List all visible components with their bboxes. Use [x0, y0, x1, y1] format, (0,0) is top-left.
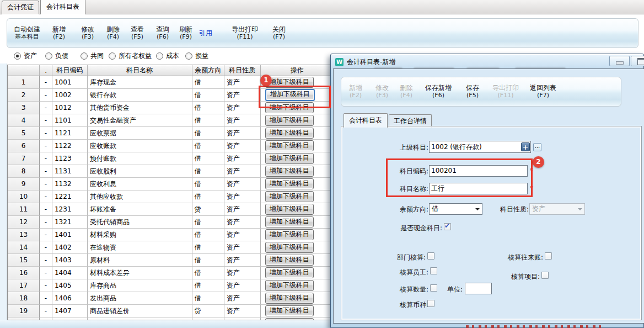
- radio-icon: [185, 52, 192, 60]
- tab-chart-of-accounts[interactable]: 会计科目表: [40, 0, 85, 14]
- account-nature-cell: 资产: [224, 203, 261, 216]
- filter-radio-3[interactable]: 所有者权益: [109, 51, 152, 61]
- dept-accounting-checkbox[interactable]: ✔: [427, 252, 434, 260]
- unit-input[interactable]: [465, 283, 492, 294]
- account-nature-cell: 资产: [224, 140, 261, 152]
- table-row[interactable]: 7-1123预付账款借资产增加下级科目: [8, 152, 334, 165]
- balance-direction-cell: 借: [192, 152, 224, 165]
- table-row[interactable]: 3-1012其他货币资金借资产增加下级科目: [8, 102, 334, 114]
- account-code-cell: 1002: [52, 89, 88, 102]
- account-name-input[interactable]: 工行: [429, 183, 528, 194]
- add-sub-account-button[interactable]: 增加下级科目: [265, 318, 314, 320]
- table-row[interactable]: 16-1404材料成本差异借资产增加下级科目: [8, 267, 334, 279]
- toolbar-button-8[interactable]: 导出打印(F11): [232, 25, 258, 41]
- add-sub-account-button[interactable]: 增加下级科目: [265, 267, 314, 278]
- add-sub-account-button[interactable]: 增加下级科目: [265, 229, 314, 240]
- toolbar-button-2[interactable]: 修改(F3): [81, 25, 94, 41]
- balance-direction-cell: 借: [192, 279, 224, 292]
- maximize-button[interactable]: [631, 56, 644, 66]
- table-row[interactable]: 5-1121应收票据借资产增加下级科目: [8, 127, 334, 140]
- parent-account-field[interactable]: 1002 (银行存款): [429, 141, 531, 153]
- table-row[interactable]: 2-1002银行存款借资产增加下级科目: [8, 89, 334, 102]
- balance-direction-select[interactable]: 借: [429, 203, 482, 215]
- toolbar-button-1[interactable]: 新增(F2): [52, 25, 66, 41]
- tab-vouchers[interactable]: 会计凭证: [2, 1, 39, 14]
- table-row[interactable]: 9-1132应收利息借资产增加下级科目: [8, 178, 334, 191]
- partner-accounting-checkbox[interactable]: ✔: [545, 252, 552, 260]
- filter-radio-label: 成本: [166, 51, 179, 61]
- toolbar-button-6[interactable]: 返回列表(F7): [530, 84, 556, 99]
- add-sub-account-button[interactable]: 增加下级科目: [265, 178, 314, 189]
- filter-radio-0[interactable]: 资产: [14, 51, 37, 61]
- account-code-cell: 1408: [52, 318, 88, 320]
- table-row[interactable]: 13-1401材料采购借资产增加下级科目: [8, 229, 334, 241]
- toolbar-button-5[interactable]: 查询(F6): [156, 25, 169, 41]
- filter-radio-4[interactable]: 成本: [156, 51, 179, 61]
- account-nature-cell: 资产: [224, 229, 261, 241]
- balance-direction-cell: 借: [192, 140, 224, 152]
- add-sub-account-button[interactable]: 增加下级科目: [265, 102, 314, 113]
- table-header-code: 科目编码: [52, 65, 88, 76]
- toolbar-button-6[interactable]: 刷新(F9): [179, 25, 192, 41]
- dialog-titlebar[interactable]: W 会计科目表-新增: [335, 57, 395, 67]
- add-sub-account-button[interactable]: 增加下级科目: [265, 305, 314, 316]
- add-sub-account-button[interactable]: 增加下级科目: [265, 204, 314, 215]
- table-row[interactable]: 17-1405库存商品借资产增加下级科目: [8, 279, 334, 292]
- toolbar-button-4[interactable]: 查看(F5): [131, 25, 144, 41]
- table-row[interactable]: 10-1221其他应收款借资产增加下级科目: [8, 191, 334, 203]
- toolbar-button-9[interactable]: 关闭(F7): [272, 25, 286, 41]
- table-row[interactable]: 8-1131应收股利借资产增加下级科目: [8, 165, 334, 178]
- add-sub-account-button[interactable]: 增加下级科目: [265, 242, 314, 253]
- project-accounting-checkbox[interactable]: ✔: [541, 272, 549, 279]
- add-sub-account-button[interactable]: 增加下级科目: [265, 153, 314, 164]
- table-row[interactable]: 15-1403原材料借资产增加下级科目: [8, 254, 334, 267]
- employee-accounting-checkbox[interactable]: ✔: [430, 267, 437, 274]
- filter-radio-5[interactable]: 损益: [185, 51, 208, 61]
- row-number-cell: 4: [8, 114, 40, 127]
- table-row[interactable]: 14-1402在途物资借资产增加下级科目: [8, 241, 334, 254]
- add-sub-account-button[interactable]: 增加下级科目: [265, 128, 314, 139]
- radio-icon: [14, 52, 21, 60]
- table-row[interactable]: 19-1407商品进销差价贷资产增加下级科目: [8, 305, 334, 318]
- dialog-title: 会计科目表-新增: [347, 57, 395, 67]
- dialog-tab-chart-of-accounts[interactable]: 会计科目表: [344, 113, 388, 128]
- add-sub-account-button[interactable]: 增加下级科目: [265, 216, 314, 228]
- table-header-action: 操作: [261, 65, 334, 76]
- account-code-input[interactable]: 100201: [429, 165, 528, 177]
- currency-accounting-checkbox[interactable]: ✔: [427, 300, 434, 307]
- table-header-row: .科目编码科目名称余额方向科目性质操作: [8, 65, 334, 76]
- add-sub-account-button[interactable]: 增加下级科目: [265, 293, 314, 304]
- add-sub-account-button[interactable]: 增加下级科目: [265, 115, 314, 126]
- add-sub-account-button[interactable]: 增加下级科目: [265, 166, 314, 177]
- tree-toggle-cell: -: [40, 203, 52, 216]
- table-row[interactable]: 11-1231坏账准备贷资产增加下级科目: [8, 203, 334, 216]
- minimize-button[interactable]: [609, 56, 630, 66]
- toolbar-button-3[interactable]: 删除(F4): [106, 25, 120, 41]
- toolbar-button-0[interactable]: 自动创建基本科目: [14, 25, 40, 41]
- toolbar-button-label: 引用: [199, 29, 212, 37]
- add-sub-account-button[interactable]: 增加下级科目: [265, 140, 314, 151]
- filter-radio-2[interactable]: 共同: [80, 51, 104, 61]
- toolbar-button-shortcut: (F2): [52, 33, 66, 41]
- quantity-accounting-checkbox[interactable]: ✔: [430, 284, 437, 292]
- add-sub-account-button[interactable]: 增加下级科目: [265, 77, 314, 88]
- table-row[interactable]: 1-1001库存现金借资产增加下级科目: [8, 76, 334, 89]
- add-sub-account-button[interactable]: 增加下级科目: [265, 191, 314, 202]
- toolbar-button-3[interactable]: 保存新增(F6): [425, 84, 452, 99]
- toolbar-button-4[interactable]: 保存(F5): [466, 84, 479, 99]
- toolbar-button-7[interactable]: 引用: [199, 29, 212, 37]
- filter-radio-1[interactable]: 负债: [45, 51, 68, 61]
- browse-parent-button[interactable]: ...: [533, 143, 541, 151]
- add-sub-account-button[interactable]: 增加下级科目: [265, 280, 314, 291]
- unit-label: 单位:: [444, 285, 463, 294]
- is-cash-checkbox[interactable]: ✔: [444, 223, 451, 230]
- table-row[interactable]: 12-1321受托代销商品借资产增加下级科目: [8, 216, 334, 229]
- table-row[interactable]: 4-1101交易性金融资产借资产增加下级科目: [8, 114, 334, 127]
- account-name-cell: 原材料: [88, 254, 192, 267]
- add-sub-account-button[interactable]: 增加下级科目: [265, 255, 314, 266]
- table-row[interactable]: 20-1408委托加工物资借资产增加下级科目: [8, 318, 334, 320]
- table-row[interactable]: 6-1122应收账款借资产增加下级科目: [8, 140, 334, 152]
- add-parent-icon[interactable]: +: [521, 142, 530, 151]
- table-row[interactable]: 18-1406发出商品借资产增加下级科目: [8, 292, 334, 305]
- add-sub-account-button[interactable]: 增加下级科目: [265, 89, 315, 101]
